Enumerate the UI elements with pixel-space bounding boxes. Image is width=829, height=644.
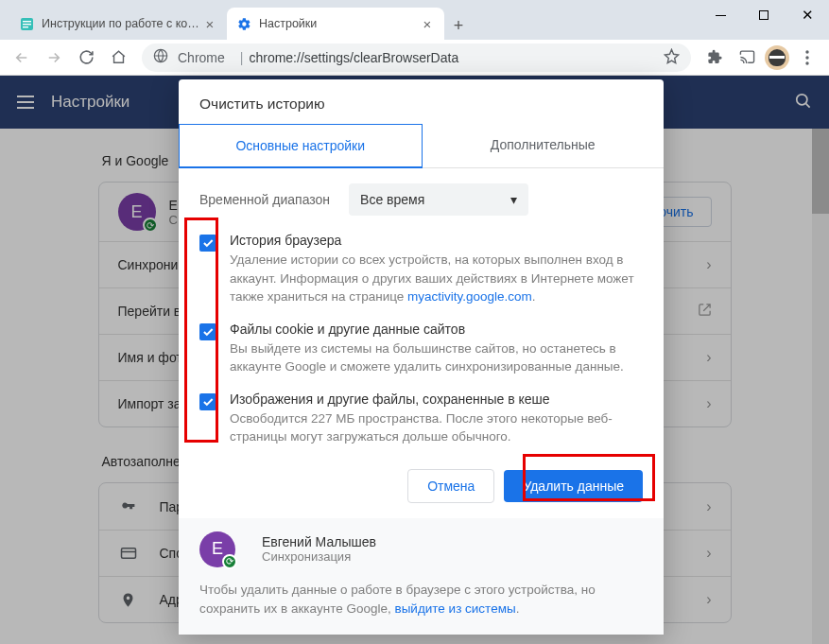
checkbox-row-cache: Изображения и другие файлы, сохраненные … — [179, 384, 664, 454]
myactivity-link[interactable]: myactivity.google.com — [407, 289, 532, 304]
sync-footer-note: Чтобы удалить данные о работе в браузере… — [179, 581, 664, 635]
svg-point-7 — [805, 61, 808, 64]
check-item-desc: Вы выйдете из системы на большинстве сай… — [230, 339, 643, 376]
user-sync-status: Синхронизация — [262, 549, 376, 564]
browser-toolbar: Chrome | chrome://settings/clearBrowserD… — [0, 40, 829, 76]
check-item-desc: Освободится 227 МБ пространства. После э… — [230, 409, 643, 446]
clear-browsing-data-dialog: Очистить историю Основные настройки Допо… — [179, 79, 664, 635]
checkbox-browsing-history[interactable] — [199, 235, 216, 252]
dialog-title: Очистить историю — [179, 79, 664, 124]
tab-favicon-gear-icon — [236, 16, 251, 31]
sign-out-link[interactable]: выйдите из системы — [394, 601, 515, 616]
window-maximize[interactable] — [742, 0, 786, 30]
extensions-icon[interactable] — [700, 44, 729, 72]
svg-point-5 — [805, 50, 808, 53]
time-range-label: Временной диапазон — [199, 192, 330, 207]
home-button[interactable] — [104, 44, 132, 72]
back-button[interactable] — [8, 44, 36, 72]
check-item-title: История браузера — [230, 233, 643, 248]
forward-button[interactable] — [40, 44, 68, 72]
url-scheme: Chrome — [178, 50, 233, 65]
profile-avatar[interactable] — [765, 45, 789, 70]
time-range-select[interactable]: Все время ▾ — [349, 183, 528, 216]
tab-close-icon[interactable]: × — [202, 16, 217, 32]
user-name: Евгений Малышев — [262, 534, 376, 549]
checkbox-row-cookies: Файлы cookie и другие данные сайтов Вы в… — [179, 314, 664, 384]
checkbox-cache[interactable] — [199, 393, 216, 410]
cast-icon[interactable] — [733, 44, 761, 72]
browser-tab-1[interactable]: Настройки × — [227, 8, 444, 40]
tab-title: Настройки — [259, 17, 420, 30]
tab-advanced[interactable]: Дополнительные — [423, 124, 665, 167]
tab-close-icon[interactable]: × — [420, 16, 435, 32]
tab-title: Инструкции по работе с компь — [42, 17, 202, 30]
dropdown-caret-icon: ▾ — [510, 192, 517, 207]
user-avatar: Е⟳ — [199, 531, 235, 567]
browser-tab-0[interactable]: Инструкции по работе с компь × — [9, 8, 227, 40]
window-close[interactable]: ✕ — [786, 0, 829, 30]
bookmark-star-icon[interactable] — [664, 48, 680, 67]
reload-button[interactable] — [72, 44, 100, 72]
cancel-button[interactable]: Отмена — [407, 469, 494, 503]
checkbox-row-browsing-history: История браузера Удаление истории со все… — [179, 225, 664, 314]
check-item-desc: Удаление истории со всех устройств, на к… — [230, 251, 643, 306]
sync-user-section: Е⟳ Евгений Малышев Синхронизация — [179, 518, 664, 581]
dialog-tabs: Основные настройки Дополнительные — [179, 124, 664, 168]
address-bar[interactable]: Chrome | chrome://settings/clearBrowserD… — [142, 44, 691, 72]
time-range-value: Все время — [360, 192, 424, 207]
window-minimize[interactable] — [699, 0, 742, 30]
tab-favicon-doc-icon — [19, 16, 34, 31]
site-info-icon[interactable] — [153, 48, 168, 66]
new-tab-button[interactable]: + — [444, 11, 473, 40]
confirm-delete-button[interactable]: Удалить данные — [504, 470, 643, 502]
svg-rect-2 — [23, 24, 31, 25]
check-item-title: Файлы cookie и другие данные сайтов — [230, 322, 643, 337]
svg-rect-1 — [23, 21, 31, 22]
svg-rect-3 — [23, 26, 28, 27]
sync-badge-icon: ⟳ — [222, 554, 237, 569]
check-item-title: Изображения и другие файлы, сохраненные … — [230, 392, 643, 407]
checkbox-cookies[interactable] — [199, 323, 216, 340]
url-text: chrome://settings/clearBrowserData — [249, 50, 458, 65]
chrome-menu-icon[interactable] — [793, 50, 821, 65]
svg-point-6 — [805, 56, 808, 59]
tab-basic[interactable]: Основные настройки — [179, 124, 423, 168]
